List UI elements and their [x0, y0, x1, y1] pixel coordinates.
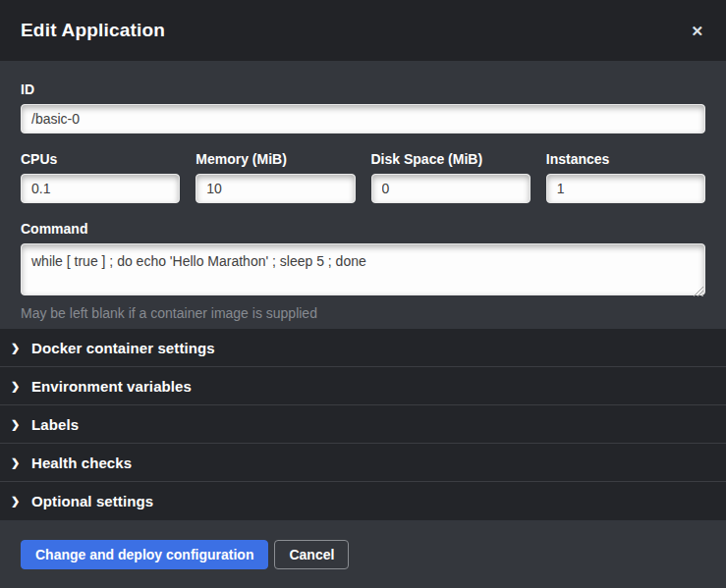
section-docker-container-settings[interactable]: ❯ Docker container settings [0, 329, 726, 367]
application-form: ID CPUs Memory (MiB) Disk Space (MiB) In… [0, 61, 726, 329]
command-textarea-wrap: while [ true ] ; do echo 'Hello Marathon… [21, 243, 705, 299]
section-environment-variables[interactable]: ❯ Environment variables [0, 367, 726, 405]
memory-label: Memory (MiB) [195, 151, 355, 167]
close-icon[interactable]: ✕ [687, 20, 707, 42]
disk-input[interactable] [371, 174, 531, 203]
command-field-group: Command while [ true ] ; do echo 'Hello … [21, 221, 705, 321]
section-label: Environment variables [31, 378, 192, 395]
id-input[interactable] [21, 104, 705, 134]
memory-field-group: Memory (MiB) [195, 151, 355, 203]
section-label: Labels [31, 416, 79, 433]
cpus-field-group: CPUs [21, 151, 180, 203]
instances-input[interactable] [546, 174, 705, 203]
cancel-button[interactable]: Cancel [274, 540, 349, 569]
cpus-label: CPUs [21, 151, 180, 167]
disk-label: Disk Space (MiB) [371, 151, 531, 167]
section-label: Optional settings [31, 493, 153, 509]
command-textarea[interactable]: while [ true ] ; do echo 'Hello Marathon… [21, 243, 705, 295]
section-labels[interactable]: ❯ Labels [0, 405, 726, 444]
instances-field-group: Instances [546, 151, 705, 203]
command-help-text: May be left blank if a container image i… [21, 305, 705, 321]
section-health-checks[interactable]: ❯ Health checks [0, 444, 726, 482]
resource-fields-row: CPUs Memory (MiB) Disk Space (MiB) Insta… [21, 151, 705, 203]
chevron-right-icon: ❯ [11, 380, 31, 393]
id-label: ID [21, 81, 705, 97]
section-label: Docker container settings [31, 340, 215, 356]
section-label: Health checks [31, 454, 132, 471]
command-label: Command [21, 221, 705, 237]
cpus-input[interactable] [21, 174, 180, 203]
chevron-right-icon: ❯ [11, 456, 31, 469]
id-field-group: ID [21, 81, 705, 134]
accordion-sections: ❯ Docker container settings ❯ Environmen… [0, 329, 726, 520]
disk-field-group: Disk Space (MiB) [371, 151, 531, 203]
change-and-deploy-button[interactable]: Change and deploy configuration [21, 540, 268, 569]
chevron-right-icon: ❯ [11, 342, 31, 354]
modal-title: Edit Application [21, 20, 165, 41]
modal-footer: Change and deploy configuration Cancel [0, 520, 726, 588]
chevron-right-icon: ❯ [11, 418, 31, 431]
section-optional-settings[interactable]: ❯ Optional settings [0, 482, 726, 520]
memory-input[interactable] [195, 174, 355, 203]
instances-label: Instances [546, 151, 705, 167]
edit-application-modal: Edit Application ✕ ID CPUs Memory (MiB) … [0, 0, 726, 588]
modal-header: Edit Application ✕ [0, 0, 726, 61]
chevron-right-icon: ❯ [11, 495, 31, 508]
